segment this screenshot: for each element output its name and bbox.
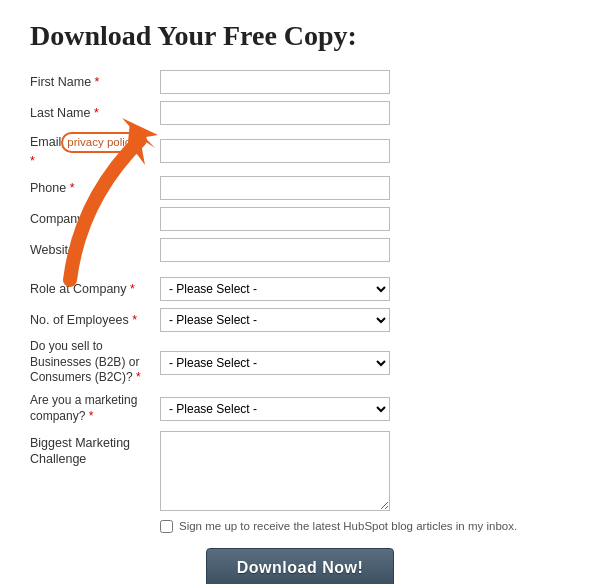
privacy-policy-link[interactable]: privacy policy [61,132,142,153]
newsletter-row: Sign me up to receive the latest HubSpot… [160,518,570,534]
download-now-button[interactable]: Download Now! [206,548,394,584]
submit-row: Download Now! [30,548,570,584]
employees-label: No. of Employees * [30,312,160,328]
newsletter-checkbox[interactable] [160,520,173,533]
b2b-row: Do you sell to Businesses (B2B) or Consu… [30,339,570,386]
first-name-row: First Name * [30,70,570,94]
challenge-label: Biggest Marketing Challenge [30,431,160,468]
challenge-row: Biggest Marketing Challenge [30,431,570,511]
phone-label: Phone * [30,180,160,196]
company-input[interactable] [160,207,390,231]
email-required: * [30,154,35,168]
b2b-select[interactable]: - Please Select - [160,351,390,375]
role-label: Role at Company * [30,281,160,297]
company-row: Company * [30,207,570,231]
last-name-row: Last Name * [30,101,570,125]
role-required: * [130,282,135,296]
role-select[interactable]: - Please Select - [160,277,390,301]
phone-required: * [70,181,75,195]
form-container: First Name * Last Name * Emailprivacy po… [30,70,570,584]
challenge-textarea[interactable] [160,431,390,511]
b2b-label: Do you sell to Businesses (B2B) or Consu… [30,339,160,386]
employees-row: No. of Employees * - Please Select - [30,308,570,332]
company-label: Company * [30,211,160,227]
website-input[interactable] [160,238,390,262]
newsletter-label: Sign me up to receive the latest HubSpot… [179,518,517,534]
marketing-required: * [89,409,94,423]
phone-input[interactable] [160,176,390,200]
website-label: Website * [30,242,160,258]
phone-row: Phone * [30,176,570,200]
page-title: Download Your Free Copy: [30,20,570,52]
first-name-input[interactable] [160,70,390,94]
role-row: Role at Company * - Please Select - [30,277,570,301]
email-label: Emailprivacy policy * [30,132,160,169]
first-name-required: * [95,75,100,89]
marketing-label: Are you a marketing company? * [30,393,160,424]
b2b-required: * [136,370,141,384]
website-row: Website * [30,238,570,262]
company-required: * [87,212,92,226]
employees-select[interactable]: - Please Select - [160,308,390,332]
last-name-input[interactable] [160,101,390,125]
last-name-label: Last Name * [30,105,160,121]
website-required: * [78,243,83,257]
marketing-row: Are you a marketing company? * - Please … [30,393,570,424]
email-row: Emailprivacy policy * [30,132,570,169]
employees-required: * [132,313,137,327]
last-name-required: * [94,106,99,120]
first-name-label: First Name * [30,74,160,90]
email-input[interactable] [160,139,390,163]
marketing-select[interactable]: - Please Select - [160,397,390,421]
